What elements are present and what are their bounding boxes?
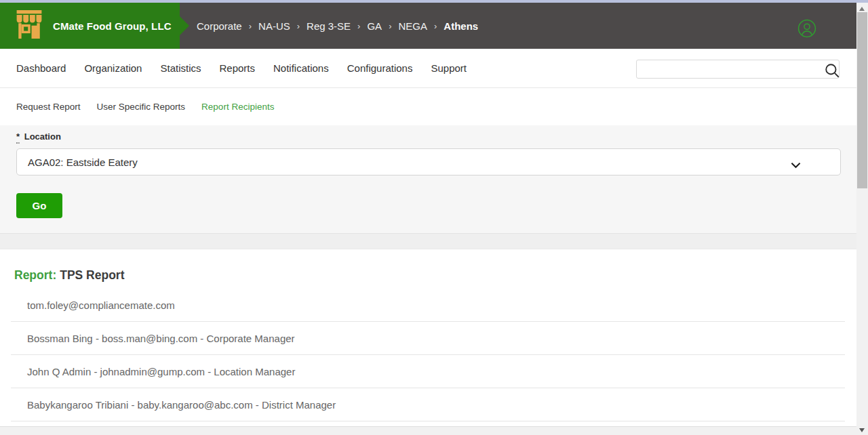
nav-item-support[interactable]: Support: [431, 62, 467, 74]
nav-item-organization[interactable]: Organization: [84, 62, 142, 74]
nav-item-dashboard[interactable]: Dashboard: [16, 62, 66, 74]
app-page: CMate Food Group, LLC Corporate › NA-US …: [0, 3, 856, 435]
report-heading-label: Report:: [14, 268, 56, 282]
subnav-item-user-specific-reports[interactable]: User Specific Reports: [97, 102, 186, 112]
subnav-item-request-report[interactable]: Request Report: [16, 102, 81, 112]
storefront-logo-icon: [15, 9, 43, 43]
nav-item-configurations[interactable]: Configurations: [347, 62, 413, 74]
recipient-text: tom.foley@compliancemate.com: [27, 299, 175, 311]
main-navigation: Dashboard Organization Statistics Report…: [0, 49, 856, 88]
location-field-label: * Location: [16, 131, 841, 143]
nav-item-notifications[interactable]: Notifications: [273, 62, 329, 74]
recipient-row: John Q Admin - johnadmin@gump.com - Loca…: [11, 355, 845, 388]
breadcrumb-separator: ›: [357, 21, 360, 31]
chevron-down-icon: [791, 159, 801, 171]
user-avatar-icon: [797, 28, 816, 40]
location-select[interactable]: AGA02: Eastside Eatery: [16, 148, 841, 175]
browser-window-edge: [0, 0, 868, 3]
top-header-bar: CMate Food Group, LLC Corporate › NA-US …: [0, 3, 856, 49]
search-icon[interactable]: [823, 62, 841, 79]
brand-title: CMate Food Group, LLC: [53, 20, 172, 32]
breadcrumb-separator: ›: [389, 21, 391, 31]
report-heading-name: TPS Report: [60, 268, 124, 282]
brand-arrow-decoration: [180, 16, 189, 35]
user-account-button[interactable]: [797, 19, 816, 38]
go-button[interactable]: Go: [16, 193, 62, 218]
section-spacer: [0, 234, 856, 249]
breadcrumb-separator: ›: [249, 21, 252, 31]
recipient-row: Bossman Bing - boss.man@bing.com - Corpo…: [11, 322, 845, 355]
recipient-text: Bossman Bing - boss.man@bing.com - Corpo…: [27, 333, 295, 344]
breadcrumb-separator: ›: [297, 21, 300, 31]
location-label-text: Location: [24, 131, 61, 142]
reports-subnav: Request Report User Specific Reports Rep…: [0, 88, 856, 125]
recipient-text: Babykangaroo Tribiani - baby.kangaroo@ab…: [27, 399, 336, 411]
nav-item-statistics[interactable]: Statistics: [160, 62, 201, 74]
recipient-list: tom.foley@compliancemate.com Bossman Bin…: [0, 289, 856, 421]
scrollbar-up-arrow-icon[interactable]: [859, 7, 865, 11]
search-input[interactable]: [642, 60, 815, 78]
breadcrumb-separator: ›: [434, 21, 437, 31]
scrollbar-down-arrow-icon[interactable]: [859, 428, 865, 432]
breadcrumb-item-na-us[interactable]: NA-US: [258, 20, 290, 32]
breadcrumb-item-corporate[interactable]: Corporate: [197, 20, 242, 32]
brand-home-link[interactable]: CMate Food Group, LLC: [0, 3, 180, 49]
breadcrumb: Corporate › NA-US › Reg 3-SE › GA › NEGA…: [197, 3, 478, 49]
subnav-item-report-recipients-active[interactable]: Report Recipients: [201, 102, 274, 112]
search-box: [636, 60, 840, 79]
breadcrumb-item-reg-3-se[interactable]: Reg 3-SE: [307, 20, 351, 32]
scrollbar-thumb[interactable]: [857, 12, 867, 188]
required-marker: *: [16, 131, 20, 144]
recipient-row: tom.foley@compliancemate.com: [11, 289, 845, 322]
page-bottom-spacer: [0, 427, 856, 435]
breadcrumb-item-nega[interactable]: NEGA: [398, 20, 427, 32]
recipient-text: John Q Admin - johnadmin@gump.com - Loca…: [27, 366, 295, 377]
nav-item-reports[interactable]: Reports: [219, 62, 255, 74]
location-select-value: AGA02: Eastside Eatery: [28, 157, 138, 168]
vertical-scrollbar[interactable]: [856, 3, 868, 435]
location-form-section: * Location AGA02: Eastside Eatery Go: [0, 125, 856, 234]
report-heading: Report:TPS Report: [14, 268, 856, 283]
report-recipients-panel: Report:TPS Report tom.foley@compliancema…: [0, 249, 856, 427]
breadcrumb-item-athens-current[interactable]: Athens: [443, 20, 478, 32]
recipient-row: Babykangaroo Tribiani - baby.kangaroo@ab…: [11, 388, 845, 421]
breadcrumb-item-ga[interactable]: GA: [367, 20, 382, 32]
